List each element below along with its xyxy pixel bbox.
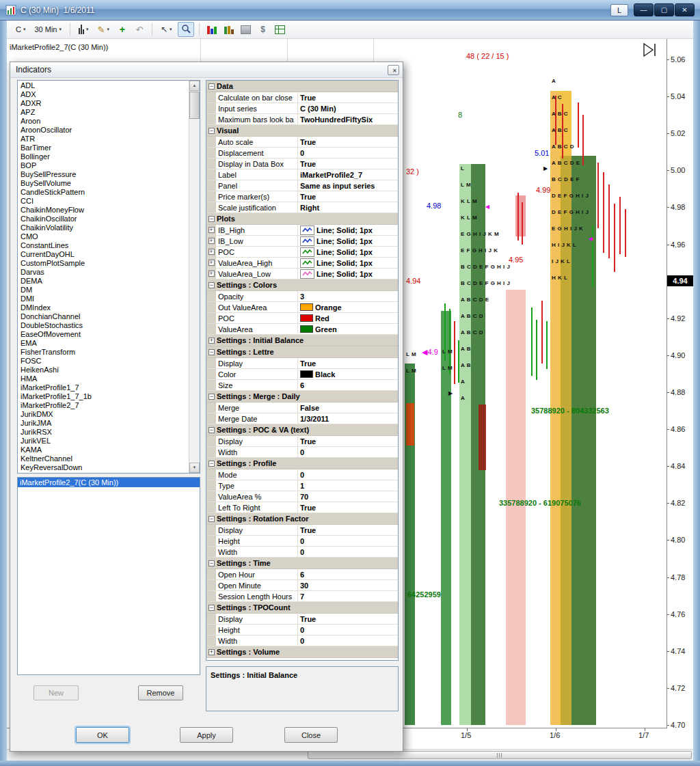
indicator-list-item[interactable]: ADL [18, 81, 189, 90]
indicator-listbox[interactable]: ADLADXADXRAPZAroonAroonOscillatorATRBarT… [17, 80, 200, 474]
zoom-tool-button[interactable] [178, 22, 194, 37]
property-category[interactable]: −Visual [206, 125, 398, 137]
indicator-list-item[interactable]: KAMA [18, 446, 189, 454]
instrument-dropdown[interactable]: C ▾ [12, 24, 29, 35]
property-row[interactable]: MergeFalse [206, 402, 398, 413]
indicator-list-item[interactable]: iMarketProfile1_7_1b [18, 392, 189, 401]
cursor-tool-button[interactable]: ↖ ▾ [157, 23, 176, 36]
property-row[interactable]: Left To RightTrue [206, 502, 398, 513]
indicator-list-item[interactable]: CandleStickPattern [18, 188, 189, 197]
indicator-list-item[interactable]: KeyReversalDown [18, 463, 189, 472]
interval-dropdown[interactable]: 30 Min ▾ [31, 24, 65, 35]
scrollbar-thumb[interactable] [189, 92, 200, 119]
collapse-icon[interactable]: − [208, 83, 215, 90]
indicator-list-item[interactable]: EaseOfMovement [18, 330, 189, 339]
indicator-list-item[interactable]: DonchianChannel [18, 312, 189, 321]
collapse-icon[interactable]: − [208, 282, 215, 288]
property-value[interactable]: True [298, 525, 398, 535]
property-category[interactable]: −Settings : Rotation Factor [206, 513, 398, 525]
property-row[interactable]: LabeliMarketProfile2_7 [206, 169, 398, 180]
indicator-list-item[interactable]: AroonOscillator [18, 126, 189, 135]
property-value[interactable]: 3 [298, 291, 398, 301]
indicator-list-item[interactable]: KeltnerChannel [18, 454, 189, 463]
property-value[interactable]: 70 [298, 491, 398, 502]
property-row[interactable]: DisplayTrue [206, 614, 398, 625]
indicator-list-item[interactable]: CustomPlotSample [18, 259, 189, 268]
property-value[interactable]: C (30 Min) [298, 103, 398, 113]
add-indicator-button[interactable]: + [115, 23, 130, 36]
indicator-list-item[interactable]: Darvas [18, 268, 189, 277]
property-category[interactable]: −Settings : Colors [206, 279, 398, 291]
property-row[interactable]: Mode0 [206, 469, 398, 480]
analyzer-button[interactable] [221, 23, 237, 36]
indicator-list-item[interactable]: FisherTransform [18, 348, 189, 357]
property-value[interactable]: iMarketProfile2_7 [298, 169, 398, 180]
collapse-icon[interactable]: − [208, 349, 215, 355]
property-value[interactable]: Orange [298, 302, 398, 312]
property-value[interactable]: True [298, 137, 398, 147]
minimize-button[interactable]: — [634, 3, 654, 16]
indicator-list-item[interactable]: DEMA [18, 277, 189, 286]
collapse-icon[interactable]: − [208, 427, 215, 433]
property-row[interactable]: Calculate on bar closeTrue [206, 92, 398, 103]
selected-indicators-list[interactable]: iMarketProfile2_7(C (30 Min)) [17, 477, 200, 675]
collapse-icon[interactable]: − [208, 516, 215, 522]
indicator-list-item[interactable]: BuySellVolume [18, 179, 189, 188]
property-value[interactable]: 0 [298, 447, 398, 457]
expand-icon[interactable]: + [208, 271, 215, 277]
property-category[interactable]: −Settings : Merge : Daily [206, 391, 398, 402]
collapse-icon[interactable]: − [208, 560, 215, 566]
property-category[interactable]: −Settings : Time [206, 558, 398, 569]
property-row[interactable]: ValueArea %70 [206, 491, 398, 502]
property-value[interactable]: 0 [298, 635, 398, 646]
account-button[interactable]: $ [256, 23, 271, 36]
property-row[interactable]: Display in Data BoxTrue [206, 159, 398, 169]
property-value[interactable]: True [298, 159, 398, 169]
indicator-list-item[interactable]: DMI [18, 295, 189, 303]
indicator-list-item[interactable]: ADXR [18, 99, 189, 108]
property-value[interactable]: 30 [298, 580, 398, 590]
property-value[interactable]: 0 [298, 469, 398, 480]
snapshot-button[interactable] [239, 23, 254, 36]
property-category[interactable]: −Data [206, 81, 398, 92]
indicator-list-item[interactable]: BuySellPressure [18, 170, 189, 179]
property-value[interactable]: TwoHundredFiftySix [298, 114, 398, 124]
indicator-list-item[interactable]: ATR [18, 135, 189, 143]
indicator-list-item[interactable]: ChaikinOscillator [18, 215, 189, 223]
property-value[interactable]: Right [298, 202, 398, 213]
expand-icon[interactable]: + [208, 649, 215, 655]
indicator-list-item[interactable]: CMO [18, 232, 189, 241]
indicator-list-item[interactable]: ConstantLines [18, 241, 189, 250]
property-value[interactable]: 1/3/2011 [298, 413, 398, 424]
property-row[interactable]: Open Hour6 [206, 569, 398, 580]
indicator-list-item[interactable]: ADX [18, 90, 189, 99]
indicator-list-item[interactable]: DoubleStochastics [18, 321, 189, 330]
property-value[interactable]: True [298, 358, 398, 368]
indicator-list-item[interactable]: JurikDMX [18, 410, 189, 419]
apply-button[interactable]: Apply [180, 727, 233, 743]
property-row[interactable]: +ValueArea_HighLine; Solid; 1px [206, 258, 398, 269]
property-category[interactable]: +Settings : Volume [206, 646, 398, 658]
property-category[interactable]: −Settings : Profile [206, 458, 398, 469]
compare-button[interactable] [204, 23, 219, 36]
indicator-list-item[interactable]: JurikVEL [18, 437, 189, 446]
property-value[interactable]: 6 [298, 380, 398, 390]
property-row[interactable]: DisplayTrue [206, 525, 398, 536]
property-value[interactable]: Black [298, 369, 398, 379]
property-row[interactable]: Width0 [206, 547, 398, 558]
new-button[interactable]: New [33, 685, 79, 700]
bar-type-button[interactable]: ▾ [75, 23, 92, 36]
property-row[interactable]: Width0 [206, 635, 398, 646]
grid-view-button[interactable] [273, 23, 288, 36]
property-category[interactable]: −Plots [206, 213, 398, 225]
maximize-button[interactable]: ▢ [654, 3, 674, 16]
selected-indicator-item[interactable]: iMarketProfile2_7(C (30 Min)) [18, 478, 200, 487]
indicator-list-item[interactable]: APZ [18, 108, 189, 117]
property-row[interactable]: PanelSame as input series [206, 180, 398, 191]
property-value[interactable]: 6 [298, 569, 398, 579]
property-row[interactable]: +ValueArea_LowLine; Solid; 1px [206, 269, 398, 279]
collapse-icon[interactable]: − [208, 461, 215, 467]
property-row[interactable]: POCRed [206, 313, 398, 324]
property-value[interactable]: False [298, 402, 398, 413]
property-value[interactable]: Green [298, 324, 398, 334]
